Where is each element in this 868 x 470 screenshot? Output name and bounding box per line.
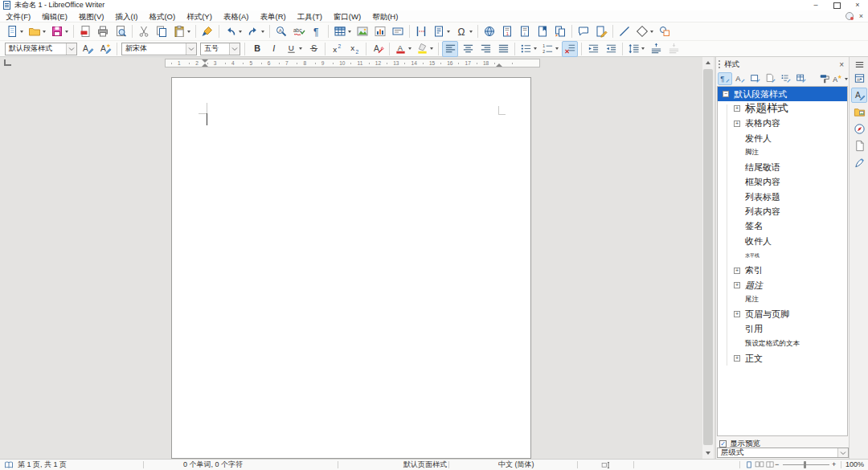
new-style-from-selection-button[interactable]: A: [833, 72, 847, 85]
menu-视图[interactable]: 视图(V): [73, 10, 110, 22]
sidebar-tab-navigator[interactable]: [851, 121, 867, 137]
style-item-索引[interactable]: +索引: [718, 264, 847, 278]
highlight-color-button[interactable]: [415, 41, 435, 57]
style-item-签名[interactable]: 签名: [718, 219, 847, 234]
document-canvas[interactable]: [0, 69, 715, 459]
subscript-button[interactable]: x2: [346, 41, 362, 57]
horizontal-ruler[interactable]: 123456789101112131415161718: [165, 59, 540, 67]
decrease-indent-button[interactable]: [603, 41, 619, 57]
style-item-列表内容[interactable]: 列表内容: [718, 204, 847, 219]
insert-field-button[interactable]: [431, 23, 452, 39]
insert-table-button[interactable]: [332, 23, 353, 39]
dropdown-arrow-icon[interactable]: [447, 31, 450, 33]
menu-帮助[interactable]: 帮助(H): [366, 10, 403, 22]
restore-button[interactable]: [826, 0, 847, 10]
sidebar-tab-style-inspector[interactable]: [851, 155, 867, 170]
open-button[interactable]: [27, 23, 47, 39]
insert-endnote-button[interactable]: i: [517, 23, 533, 39]
menu-文件[interactable]: 文件(F): [0, 10, 36, 22]
page-style-status[interactable]: 默认页面样式: [403, 460, 447, 470]
clear-formatting-button[interactable]: A: [370, 41, 386, 57]
insert-mode-icon[interactable]: [601, 460, 611, 470]
character-styles-tab[interactable]: A: [733, 72, 747, 85]
zoom-slider-track[interactable]: [783, 464, 829, 465]
paragraph-styles-tab[interactable]: ¶: [718, 72, 732, 85]
cut-button[interactable]: [136, 23, 152, 39]
formatting-marks-button[interactable]: ¶: [309, 23, 325, 39]
style-filter-dropdown[interactable]: 层级式: [717, 448, 849, 458]
redo-button[interactable]: [245, 23, 266, 39]
insert-image-button[interactable]: [354, 23, 371, 39]
show-preview-checkbox[interactable]: ✓: [719, 440, 727, 448]
undo-button[interactable]: [223, 23, 244, 39]
dropdown-arrow-icon[interactable]: [408, 47, 411, 50]
insert-footnote-button[interactable]: 1: [499, 23, 515, 39]
dropdown-arrow-icon[interactable]: [299, 47, 302, 50]
insert-cross-reference-button[interactable]: [552, 23, 568, 39]
bullet-list-button[interactable]: [518, 41, 538, 57]
sidebar-tab-sidebar-settings[interactable]: [851, 59, 867, 69]
sidebar-tab-page[interactable]: [851, 138, 867, 153]
word-count-status[interactable]: 0 个单词, 0 个字符: [183, 460, 243, 470]
dropdown-arrow-icon[interactable]: [534, 47, 537, 50]
style-item-表格内容[interactable]: +表格内容: [718, 116, 847, 131]
new-style-button[interactable]: A: [97, 41, 113, 57]
bold-button[interactable]: B: [248, 41, 264, 57]
style-item-水平线[interactable]: 水平线: [718, 248, 847, 263]
font-size-combobox[interactable]: 五号: [200, 43, 240, 55]
scroll-up-button[interactable]: [702, 57, 714, 68]
find-and-replace-button[interactable]: A: [273, 23, 289, 39]
clone-formatting-button[interactable]: [199, 23, 215, 39]
italic-button[interactable]: I: [266, 41, 282, 57]
justify-button[interactable]: [495, 41, 511, 57]
increase-indent-button[interactable]: [585, 41, 601, 57]
expand-icon[interactable]: +: [734, 268, 740, 274]
expand-icon[interactable]: +: [734, 282, 740, 288]
collapse-icon[interactable]: −: [723, 91, 729, 97]
page-number-status[interactable]: 第 1 页, 共 1 页: [18, 460, 67, 470]
insert-bookmark-button[interactable]: [534, 23, 551, 39]
minimize-button[interactable]: –: [805, 0, 826, 10]
style-item-列表标题[interactable]: 列表标题: [718, 190, 847, 204]
list-styles-tab[interactable]: [779, 72, 793, 85]
dropdown-arrow-icon[interactable]: [20, 31, 23, 33]
right-indent-marker[interactable]: [496, 63, 502, 67]
style-item-预设定格式的文本[interactable]: 预设定格式的文本: [718, 337, 847, 351]
expand-icon[interactable]: +: [734, 121, 740, 127]
chevron-down-icon[interactable]: [186, 43, 196, 55]
dropdown-arrow-icon[interactable]: [650, 31, 653, 33]
align-left-button[interactable]: [442, 41, 458, 57]
print-preview-button[interactable]: [113, 23, 129, 39]
menu-样式[interactable]: 样式(Y): [181, 10, 218, 22]
track-changes-button[interactable]: [593, 23, 609, 39]
font-color-button[interactable]: A: [393, 41, 413, 57]
align-right-button[interactable]: [477, 41, 493, 57]
style-item-正文[interactable]: +正文: [718, 351, 847, 366]
scroll-down-button[interactable]: [702, 448, 714, 459]
style-item-尾注[interactable]: 尾注: [718, 292, 847, 307]
table-styles-tab[interactable]: [794, 72, 809, 85]
vertical-scrollbar[interactable]: [702, 57, 714, 459]
menu-窗口[interactable]: 窗口(W): [328, 10, 366, 22]
style-item-标题样式[interactable]: +标题样式: [718, 101, 847, 116]
indent-marker[interactable]: [202, 63, 208, 67]
chevron-down-icon[interactable]: [837, 448, 848, 457]
dropdown-arrow-icon[interactable]: [239, 31, 242, 33]
dropdown-arrow-icon[interactable]: [43, 31, 46, 33]
dropdown-arrow-icon[interactable]: [641, 47, 645, 50]
menu-工具[interactable]: 工具(T): [292, 10, 328, 22]
dropdown-arrow-icon[interactable]: [187, 31, 190, 33]
basic-shapes-button[interactable]: [634, 23, 655, 39]
line-spacing-button[interactable]: [626, 41, 646, 57]
dropdown-arrow-icon[interactable]: [348, 31, 351, 33]
document-page[interactable]: [171, 77, 531, 459]
style-item-结尾敬语[interactable]: 结尾敬语: [718, 160, 847, 174]
paragraph-style-combobox[interactable]: 默认段落样式: [5, 43, 77, 55]
chevron-down-icon[interactable]: [66, 43, 76, 55]
zoom-level-status[interactable]: 100%: [845, 460, 864, 470]
insert-textbox-button[interactable]: [390, 23, 406, 39]
new-document-button[interactable]: [4, 23, 25, 39]
libreoffice-update-icon[interactable]: [845, 12, 854, 20]
insert-comment-button[interactable]: [575, 23, 592, 39]
tab-stop-selector-icon[interactable]: [4, 59, 11, 66]
